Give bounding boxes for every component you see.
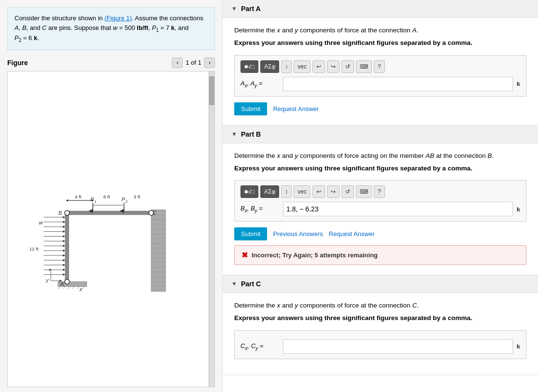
part-a-symbol-btn[interactable]: ΑΣφ: [260, 60, 279, 73]
part-b-previous-answers-link[interactable]: Previous Answers: [273, 230, 323, 238]
part-a-toolbar: ■√□ ΑΣφ ↕ vec ↩ ↪ ↺ ⌨ ?: [241, 60, 520, 73]
part-b-answer-box: ■√□ ΑΣφ ↕ vec ↩ ↪ ↺ ⌨ ? Bx, By = k: [234, 180, 526, 222]
svg-text:P: P: [122, 196, 126, 202]
part-c-label: Part C: [241, 280, 261, 288]
part-c-input-row: Cx, Cy = k: [241, 339, 520, 354]
part-b-label: Part B: [241, 130, 261, 138]
part-b-format-btn[interactable]: ■√□: [241, 185, 258, 198]
svg-line-23: [72, 286, 75, 289]
part-a-undo-btn[interactable]: ↩: [312, 60, 325, 73]
part-b-description: Determine the x and y components of forc…: [234, 151, 526, 161]
svg-line-20: [58, 286, 60, 289]
problem-variables: A, B, and C are pins. Suppose that w = 5…: [14, 24, 188, 42]
svg-text:4 ft: 4 ft: [75, 194, 82, 199]
figure-prev-button[interactable]: ‹: [172, 57, 183, 68]
svg-text:6 ft: 6 ft: [103, 194, 110, 199]
part-c-input[interactable]: [283, 339, 513, 354]
part-a-submit-button[interactable]: Submit: [234, 102, 267, 115]
figure-title: Figure: [7, 59, 28, 67]
part-a-request-answer-link[interactable]: Request Answer: [273, 105, 319, 112]
part-a-header[interactable]: ▼ Part A: [223, 0, 538, 18]
part-b-keyboard-btn[interactable]: ⌨: [356, 185, 372, 198]
part-c-unit: k: [517, 343, 520, 350]
problem-statement: Consider the structure shown in (Figure …: [7, 7, 215, 50]
part-c-section: ▼ Part C Determine the x and y component…: [223, 275, 538, 375]
part-b-body: Determine the x and y components of forc…: [223, 143, 538, 275]
part-b-symbol-btn[interactable]: ΑΣφ: [260, 185, 279, 198]
part-a-arrows-btn[interactable]: ↕: [281, 60, 292, 73]
svg-text:2: 2: [126, 199, 127, 204]
figure-header: Figure ‹ 1 of 1 ›: [7, 57, 215, 68]
problem-intro2: . Assume the connections: [132, 14, 203, 22]
figure-area: Figure ‹ 1 of 1 ›: [7, 57, 215, 387]
part-c-input-label: Cx, Cy =: [241, 342, 279, 351]
figure-scrollbar[interactable]: [209, 71, 214, 387]
part-b-redo-btn[interactable]: ↪: [327, 185, 340, 198]
part-a-help-btn[interactable]: ?: [374, 60, 385, 73]
figure-page: 1 of 1: [185, 59, 201, 66]
svg-point-30: [65, 210, 70, 215]
part-b-arrow: ▼: [231, 131, 237, 138]
figure-link[interactable]: (Figure 1): [104, 14, 131, 22]
part-a-section: ▼ Part A Determine the x and y component…: [223, 0, 538, 126]
part-b-request-answer-link[interactable]: Request Answer: [329, 230, 375, 238]
part-a-label: Part A: [241, 5, 261, 13]
part-c-instruction: Express your answers using three signifi…: [234, 313, 526, 323]
part-c-header[interactable]: ▼ Part C: [223, 275, 538, 293]
part-a-redo-btn[interactable]: ↪: [327, 60, 340, 73]
part-b-vec-btn[interactable]: vec: [294, 185, 311, 198]
part-a-reset-btn[interactable]: ↺: [341, 60, 354, 73]
svg-rect-27: [65, 212, 69, 283]
svg-text:C: C: [153, 210, 156, 216]
svg-text:y: y: [45, 277, 49, 282]
part-b-submit-button[interactable]: Submit: [234, 227, 267, 240]
svg-rect-0: [151, 210, 166, 291]
problem-intro: Consider the structure shown in: [14, 14, 104, 22]
part-a-vec-btn[interactable]: vec: [294, 60, 311, 73]
part-b-undo-btn[interactable]: ↩: [312, 185, 325, 198]
part-b-error-box: ✖ Incorrect; Try Again; 5 attempts remai…: [234, 245, 526, 265]
svg-text:w: w: [39, 219, 43, 225]
part-a-arrow: ▼: [231, 5, 237, 12]
part-a-body: Determine the x and y components of forc…: [223, 18, 538, 125]
part-b-toolbar: ■√□ ΑΣφ ↕ vec ↩ ↪ ↺ ⌨ ?: [241, 185, 520, 198]
part-a-answer-box: ■√□ ΑΣφ ↕ vec ↩ ↪ ↺ ⌨ ? Ax, Ay = k: [234, 55, 526, 97]
part-a-input[interactable]: [283, 77, 513, 91]
figure-canvas: A B C 4 ft P 1 6 ft: [7, 71, 215, 387]
part-b-help-btn[interactable]: ?: [374, 185, 385, 198]
figure-nav: ‹ 1 of 1 ›: [172, 57, 215, 68]
svg-text:12 ft: 12 ft: [29, 246, 39, 252]
figure-svg: A B C 4 ft P 1 6 ft: [8, 71, 209, 387]
part-b-input-label: Bx, By =: [241, 205, 279, 213]
part-b-header[interactable]: ▼ Part B: [223, 126, 538, 143]
part-a-description: Determine the x and y components of forc…: [234, 26, 526, 35]
part-a-format-btn[interactable]: ■√□: [241, 60, 258, 73]
svg-line-21: [63, 286, 65, 289]
part-b-unit: k: [517, 206, 520, 213]
part-b-action-row: Submit Previous Answers Request Answer: [234, 227, 526, 240]
svg-text:3 ft: 3 ft: [133, 194, 140, 199]
svg-text:P: P: [90, 196, 94, 202]
part-b-input[interactable]: [283, 202, 513, 216]
part-a-input-row: Ax, Ay = k: [241, 77, 520, 91]
part-b-instruction: Express your answers using three signifi…: [234, 164, 526, 173]
part-b-input-row: Bx, By = k: [241, 202, 520, 216]
part-b-reset-btn[interactable]: ↺: [341, 185, 354, 198]
svg-text:A: A: [60, 280, 64, 286]
svg-text:1: 1: [94, 199, 97, 204]
part-c-description: Determine the x and y components of forc…: [234, 301, 526, 310]
part-a-instruction: Express your answers using three signifi…: [234, 38, 526, 48]
error-message: Incorrect; Try Again; 5 attempts remaini…: [252, 252, 378, 259]
part-c-answer-box: Cx, Cy = k: [234, 330, 526, 359]
part-c-body: Determine the x and y components of forc…: [223, 293, 538, 375]
part-b-section: ▼ Part B Determine the x and y component…: [223, 126, 538, 276]
svg-rect-26: [65, 211, 153, 215]
figure-next-button[interactable]: ›: [204, 57, 215, 68]
svg-text:x: x: [79, 286, 83, 292]
part-a-input-label: Ax, Ay =: [241, 80, 279, 88]
scrollbar-thumb[interactable]: [209, 76, 214, 105]
svg-line-22: [68, 286, 70, 289]
part-b-arrows-btn[interactable]: ↕: [281, 185, 292, 198]
part-a-keyboard-btn[interactable]: ⌨: [356, 60, 372, 73]
svg-text:B: B: [58, 210, 62, 216]
